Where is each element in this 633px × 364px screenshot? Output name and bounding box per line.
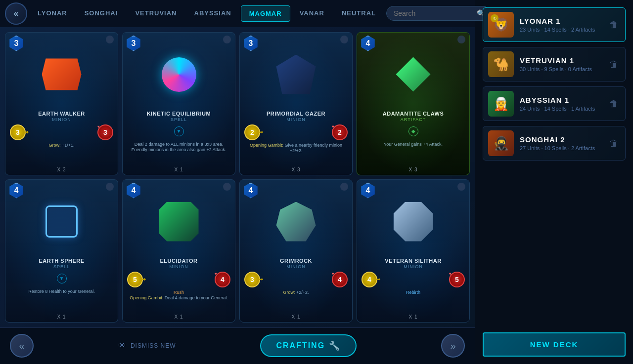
deck-delete-button[interactable]: 🗑 <box>607 136 620 151</box>
card-name: ELUCIDATOR <box>160 258 197 264</box>
card-count: X 3 <box>57 167 66 172</box>
card-type: MINION <box>169 264 188 269</box>
card-name: EARTH WALKER <box>38 111 85 117</box>
right-spacer <box>483 165 626 327</box>
crafting-button[interactable]: CRAFTING 🔧 <box>260 334 357 357</box>
attack-stat: 4 <box>362 272 377 287</box>
dismiss-button[interactable]: 👁 DISMISS NEW <box>118 341 176 350</box>
attack-stat: 3 <box>10 124 26 140</box>
deck-delete-button[interactable]: 🗑 <box>607 57 620 72</box>
card-art <box>276 202 316 242</box>
deck-item-vetruvian-1[interactable]: 🐪 VETRUVIAN 1 30 Units · 9 Spells · 0 Ar… <box>483 47 626 81</box>
next-button[interactable]: » <box>441 334 465 358</box>
card-art-area <box>8 40 115 109</box>
dismiss-icon: 👁 <box>118 341 127 350</box>
tab-vetruvian[interactable]: VETRUVIAN <box>127 5 184 22</box>
card-art <box>396 57 431 92</box>
card-count: X 3 <box>408 167 417 172</box>
tab-neutral[interactable]: NEUTRAL <box>334 5 384 22</box>
card-art-area <box>360 40 467 109</box>
deck-info: ABYSSIAN 1 24 Units · 14 Spells · 1 Arti… <box>520 96 601 112</box>
health-stat: 5 <box>449 272 465 287</box>
deck-name: ABYSSIAN 1 <box>520 96 601 104</box>
card-name: EARTH SPHERE <box>39 258 84 264</box>
deck-delete-button[interactable]: 🗑 <box>607 18 620 32</box>
card-kinetic-equilibrium[interactable]: 3 KINETIC EQUILIBRIUM SPELL ▼ Deal 2 dam… <box>122 32 235 175</box>
card-art <box>45 205 78 238</box>
left-panel: « LYONAR SONGHAI VETRUVIAN ABYSSIAN MAGM… <box>0 0 475 364</box>
card-count: X 1 <box>174 167 183 172</box>
card-stats: 2 2 <box>242 123 350 142</box>
deck-delete-button[interactable]: 🗑 <box>607 97 620 111</box>
health-stat: 3 <box>97 124 113 140</box>
tab-vanar[interactable]: VANAR <box>292 5 332 22</box>
health-stat: 4 <box>215 272 230 287</box>
attack-stat: 2 <box>244 124 260 140</box>
card-earth-sphere[interactable]: 4 EARTH SPHERE SPELL ▼ Restore 8 Health … <box>5 179 118 323</box>
tab-abyssian[interactable]: ABYSSIAN <box>186 5 239 22</box>
card-art-area <box>360 187 467 256</box>
card-type: ARTIFACT <box>401 117 426 122</box>
card-name: GRIMROCK <box>280 258 312 264</box>
prev-button[interactable]: « <box>10 334 34 358</box>
card-art-area <box>8 187 115 256</box>
cards-grid: 3 EARTH WALKER MINION 3 3 Grow: +1/+1. X… <box>0 27 475 327</box>
tab-songhai[interactable]: SONGHAI <box>77 5 126 22</box>
health-stat: 4 <box>332 272 348 287</box>
card-count: X 1 <box>291 314 300 320</box>
card-veteran-silithar[interactable]: 4 VETERAN SILITHAR MINION 4 5 Rebirth X … <box>357 179 470 323</box>
card-art <box>159 202 199 242</box>
search-box[interactable]: 🔍 <box>386 6 490 21</box>
card-art <box>394 202 433 242</box>
card-name: VETERAN SILITHAR <box>385 258 441 264</box>
card-type: MINION <box>286 264 306 269</box>
card-art <box>276 55 316 94</box>
card-count: X 1 <box>174 314 183 320</box>
new-deck-button[interactable]: NEW DECK <box>483 332 626 357</box>
card-stats: 3 4 <box>242 270 350 289</box>
attack-stat: 5 <box>127 272 143 287</box>
health-stat: 2 <box>332 124 348 140</box>
card-stats: 4 5 <box>360 270 467 289</box>
dismiss-label: DISMISS NEW <box>131 342 176 349</box>
card-stats: 3 3 <box>8 123 115 142</box>
card-primordial-gazer[interactable]: 3 PRIMORDIAL GAZER MINION 2 2 Opening Ga… <box>239 32 353 175</box>
card-name: KINETIC EQUILIBRIUM <box>147 111 211 117</box>
tab-magmar[interactable]: MAGMAR <box>241 5 290 22</box>
deck-avatar: 🐪 <box>488 51 514 77</box>
card-art <box>42 55 82 94</box>
deck-item-abyssian-1[interactable]: 🧝 ABYSSIAN 1 24 Units · 14 Spells · 1 Ar… <box>483 86 626 121</box>
card-art <box>162 57 196 92</box>
card-adamantite-claws[interactable]: 4 ADAMANTITE CLAWS ARTIFACT ◆ Your Gener… <box>357 32 470 175</box>
card-count: X 3 <box>291 167 300 172</box>
deck-stats: 23 Units · 14 Spells · 2 Artifacts <box>520 27 601 33</box>
crafting-label: CRAFTING <box>276 341 325 350</box>
deck-stats: 24 Units · 14 Spells · 1 Artifacts <box>520 106 601 112</box>
attack-stat: 3 <box>244 272 260 287</box>
card-elucidator[interactable]: 4 ELUCIDATOR MINION 5 4 RushOpening Gamb… <box>122 179 235 323</box>
deck-name: SONGHAI 2 <box>520 135 601 144</box>
card-name: PRIMORDIAL GAZER <box>267 111 325 117</box>
deck-avatar: 🦁 ① <box>488 12 514 38</box>
tab-lyonar[interactable]: LYONAR <box>30 5 75 22</box>
deck-avatar: 🧝 <box>488 91 514 117</box>
deck-stats: 27 Units · 10 Spells · 2 Artifacts <box>520 145 601 151</box>
deck-info: VETRUVIAN 1 30 Units · 9 Spells · 0 Arti… <box>520 56 601 72</box>
card-earth-walker[interactable]: 3 EARTH WALKER MINION 3 3 Grow: +1/+1. X… <box>5 32 118 175</box>
card-count: X 1 <box>408 314 417 320</box>
deck-name: VETRUVIAN 1 <box>520 56 601 65</box>
card-type: MINION <box>404 264 423 269</box>
deck-info: SONGHAI 2 27 Units · 10 Spells · 2 Artif… <box>520 135 601 151</box>
back-button[interactable]: « <box>5 2 27 25</box>
right-panel: 🦁 ① LYONAR 1 23 Units · 14 Spells · 2 Ar… <box>475 0 633 364</box>
deck-stats: 30 Units · 9 Spells · 0 Artifacts <box>520 66 601 72</box>
deck-avatar: 🥷 <box>488 130 514 156</box>
search-input[interactable] <box>394 9 473 17</box>
deck-info: LYONAR 1 23 Units · 14 Spells · 2 Artifa… <box>520 17 601 33</box>
card-count: X 1 <box>57 314 66 320</box>
card-type: SPELL <box>53 264 70 269</box>
card-grimrock[interactable]: 4 GRIMROCK MINION 3 4 Grow: +2/+2. X 1 <box>239 179 353 323</box>
deck-item-songhai-2[interactable]: 🥷 SONGHAI 2 27 Units · 10 Spells · 2 Art… <box>483 126 626 161</box>
deck-item-lyonar-1[interactable]: 🦁 ① LYONAR 1 23 Units · 14 Spells · 2 Ar… <box>483 7 626 42</box>
top-nav: « LYONAR SONGHAI VETRUVIAN ABYSSIAN MAGM… <box>0 0 475 27</box>
